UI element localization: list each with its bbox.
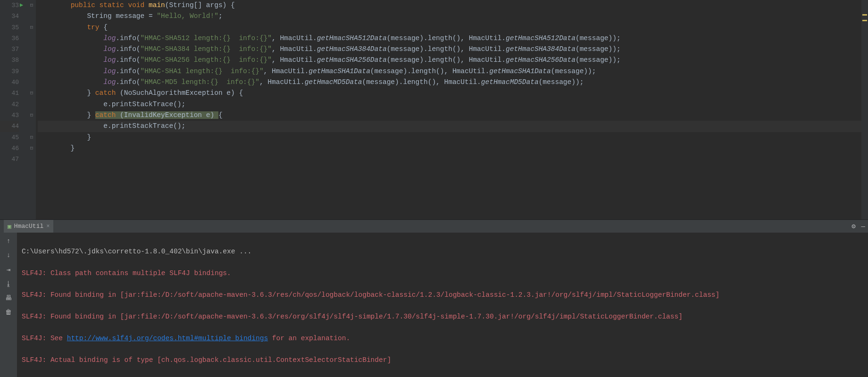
line-number[interactable]: 46	[0, 143, 19, 154]
code-line[interactable]: try {	[38, 22, 868, 33]
code-line[interactable]: public static void main(String[] args) {	[38, 0, 868, 11]
output-error-line: SLF4J: Found binding in [jar:file:/D:/so…	[22, 311, 863, 322]
line-number[interactable]: 44	[0, 121, 19, 132]
run-gutter-icon[interactable]: ▶	[20, 0, 23, 11]
scroll-up-icon[interactable]: ↑	[7, 237, 10, 245]
line-number[interactable]: 34	[0, 11, 19, 22]
fold-column[interactable]: ⊟⊟⊟⊟⊟⊟	[27, 0, 36, 219]
fold-toggle[interactable]: ⊟	[27, 22, 36, 33]
run-side-toolbar: ↑ ↓ ⇥ ⭳ 🖶 🗑	[0, 233, 17, 377]
line-number[interactable]: 45	[0, 132, 19, 143]
code-line[interactable]: log.info("HMAC-SHA256 length:{} info:{}"…	[38, 55, 868, 66]
line-number[interactable]: 40	[0, 77, 19, 88]
line-number[interactable]: 37	[0, 44, 19, 55]
line-number[interactable]: 43	[0, 110, 19, 121]
line-number-gutter[interactable]: ▶ 333435363738394041424344454647	[0, 0, 27, 219]
fold-toggle	[27, 99, 36, 110]
code-line[interactable]: }	[38, 132, 868, 143]
warning-marker[interactable]	[862, 20, 867, 21]
tab-icon: ▣	[8, 223, 11, 230]
code-line[interactable]	[38, 154, 868, 165]
fold-toggle[interactable]: ⊟	[27, 0, 36, 11]
fold-toggle	[27, 154, 36, 165]
fold-toggle	[27, 66, 36, 77]
fold-toggle	[27, 44, 36, 55]
code-line[interactable]: e.printStackTrace();	[38, 99, 868, 110]
settings-icon[interactable]: ⚙	[851, 222, 855, 230]
output-line: C:\Users\hd572\.jdks\corretto-1.8.0_402\…	[22, 246, 863, 257]
output-error-line: SLF4J: Class path contains multiple SLF4…	[22, 268, 863, 279]
output-error-line: SLF4J: Actual binding is of type [ch.qos…	[22, 355, 863, 366]
line-number[interactable]: 41	[0, 88, 19, 99]
code-line[interactable]: e.printStackTrace();	[38, 121, 868, 132]
console-output[interactable]: C:\Users\hd572\.jdks\corretto-1.8.0_402\…	[17, 233, 868, 377]
run-tab-label: HmacUtil	[14, 223, 43, 230]
code-line[interactable]: }	[38, 143, 868, 154]
line-number[interactable]: 33	[0, 0, 19, 11]
error-stripe[interactable]	[861, 0, 868, 219]
soft-wrap-icon[interactable]: ⇥	[7, 266, 10, 274]
run-tool-window: ▣ HmacUtil × ⚙ — ↑ ↓ ⇥ ⭳ 🖶 🗑 C:\Users\hd…	[0, 219, 868, 377]
line-number[interactable]: 47	[0, 154, 19, 165]
code-line[interactable]: log.info("HMAC-SHA1 length:{} info:{}", …	[38, 66, 868, 77]
scroll-down-icon[interactable]: ↓	[7, 251, 10, 259]
output-error-line: SLF4J: Found binding in [jar:file:/D:/so…	[22, 290, 863, 301]
fold-toggle	[27, 77, 36, 88]
print-icon[interactable]: 🖶	[5, 294, 12, 302]
close-tab-icon[interactable]: ×	[46, 223, 50, 230]
run-tab-bar: ▣ HmacUtil × ⚙ —	[0, 220, 868, 233]
fold-toggle[interactable]: ⊟	[27, 88, 36, 99]
code-content[interactable]: public static void main(String[] args) {…	[36, 0, 868, 219]
fold-toggle[interactable]: ⊟	[27, 143, 36, 154]
scroll-to-end-icon[interactable]: ⭳	[5, 280, 12, 288]
fold-toggle	[27, 33, 36, 44]
line-number[interactable]: 36	[0, 33, 19, 44]
code-line[interactable]: log.info("HMAC-SHA384 length:{} info:{}"…	[38, 44, 868, 55]
fold-toggle[interactable]: ⊟	[27, 110, 36, 121]
clear-icon[interactable]: 🗑	[5, 309, 12, 316]
line-number[interactable]: 39	[0, 66, 19, 77]
fold-toggle	[27, 121, 36, 132]
run-tab-hmacutil[interactable]: ▣ HmacUtil ×	[4, 220, 53, 233]
code-editor[interactable]: ▶ 333435363738394041424344454647 ⊟⊟⊟⊟⊟⊟ …	[0, 0, 868, 219]
fold-toggle	[27, 11, 36, 22]
code-line[interactable]: } catch (InvalidKeyException e) {	[38, 110, 868, 121]
code-line[interactable]: log.info("HMAC-SHA512 length:{} info:{}"…	[38, 33, 868, 44]
hide-panel-icon[interactable]: —	[861, 223, 865, 230]
code-line[interactable]: } catch (NoSuchAlgorithmException e) {	[38, 88, 868, 99]
output-error-line: SLF4J: See http://www.slf4j.org/codes.ht…	[22, 333, 863, 344]
fold-toggle	[27, 55, 36, 66]
warning-marker[interactable]	[862, 14, 867, 16]
fold-toggle[interactable]: ⊟	[27, 132, 36, 143]
slf4j-link[interactable]: http://www.slf4j.org/codes.html#multiple…	[67, 335, 268, 342]
line-number[interactable]: 42	[0, 99, 19, 110]
line-number[interactable]: 38	[0, 55, 19, 66]
code-line[interactable]: log.info("HMAC-MD5 length:{} info:{}", H…	[38, 77, 868, 88]
code-line[interactable]: String message = "Hello, World!";	[38, 11, 868, 22]
line-number[interactable]: 35	[0, 22, 19, 33]
